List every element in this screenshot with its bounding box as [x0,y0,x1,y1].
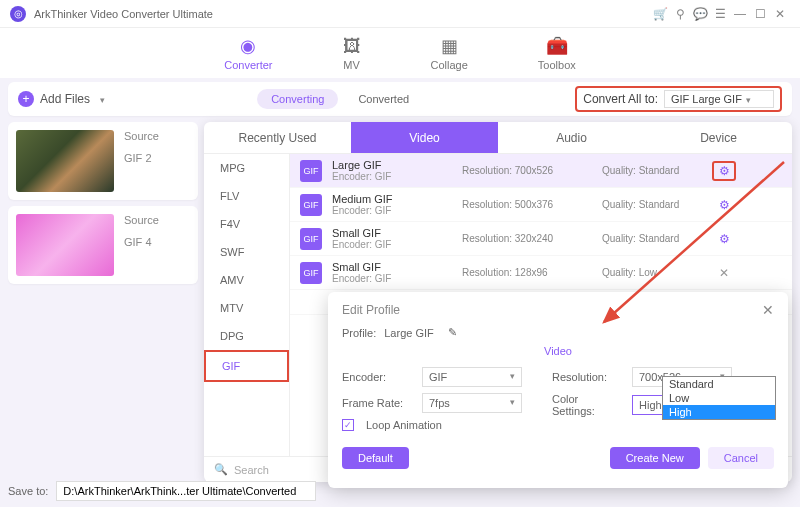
dropdown-option[interactable]: Low [663,391,775,405]
edit-icon[interactable]: ✎ [448,326,457,339]
gear-icon[interactable]: ⚙ [712,161,736,181]
format-swf[interactable]: SWF [204,238,289,266]
file-source-label: Source [124,214,159,226]
preset-row[interactable]: GIF Large GIFEncoder: GIF Resolution: 70… [290,154,792,188]
section-video: Video [342,345,774,357]
preset-encoder: Encoder: GIF [332,239,452,250]
file-thumbnail [16,214,114,276]
convert-all-value[interactable]: GIF Large GIF [664,90,774,108]
format-f4v[interactable]: F4V [204,210,289,238]
preset-resolution: Resolution: 500x376 [462,199,592,210]
conversion-filter: Converting Converted [257,89,423,109]
colorset-label: Color Settings: [552,393,624,417]
tab-label: Collage [431,59,468,71]
format-tabs: Recently Used Video Audio Device [204,122,792,154]
convert-all-label: Convert All to: [583,92,658,106]
add-files-label: Add Files [40,92,90,106]
app-title: ArkThinker Video Converter Ultimate [34,8,650,20]
tab-toolbox[interactable]: 🧰Toolbox [538,35,576,71]
save-to-label: Save to: [8,485,48,497]
file-card[interactable]: Source GIF 2 [8,122,198,200]
preset-encoder: Encoder: GIF [332,171,452,182]
toolbar: + Add Files Converting Converted Convert… [8,82,792,116]
minimize-icon[interactable]: — [730,7,750,21]
preset-row[interactable]: GIF Small GIFEncoder: GIF Resolution: 12… [290,256,792,290]
file-card[interactable]: Source GIF 4 [8,206,198,284]
create-new-button[interactable]: Create New [610,447,700,469]
app-logo-icon: ◎ [10,6,26,22]
tab-label: Converter [224,59,272,71]
tab-video[interactable]: Video [351,122,498,154]
format-gif[interactable]: GIF [204,350,289,382]
gear-icon[interactable]: ⚙ [712,198,736,212]
resolution-label: Resolution: [552,371,624,383]
format-amv[interactable]: AMV [204,266,289,294]
tab-audio[interactable]: Audio [498,122,645,154]
format-mtv[interactable]: MTV [204,294,289,322]
mv-icon: 🖼 [343,36,361,57]
gif-icon: GIF [300,262,322,284]
cart-icon[interactable]: 🛒 [650,7,670,21]
save-path-input[interactable] [56,481,316,501]
file-thumbnail [16,130,114,192]
add-files-button[interactable]: + Add Files [18,91,105,107]
dialog-title: Edit Profile [342,303,400,317]
close-icon[interactable]: ✕ [762,302,774,318]
profile-value: Large GIF [384,327,434,339]
tab-device[interactable]: Device [645,122,792,154]
preset-quality: Quality: Standard [602,233,702,244]
search-icon: 🔍 [214,463,228,476]
convert-all-dropdown[interactable]: Convert All to: GIF Large GIF [575,86,782,112]
search-placeholder: Search [234,464,269,476]
cancel-button[interactable]: Cancel [708,447,774,469]
gif-icon: GIF [300,228,322,250]
preset-quality: Quality: Low [602,267,702,278]
file-info: Source GIF 2 [124,130,159,192]
file-format-label: GIF 2 [124,152,159,164]
format-mpg[interactable]: MPG [204,154,289,182]
filter-converted[interactable]: Converted [344,89,423,109]
preset-encoder: Encoder: GIF [332,273,452,284]
preset-name: Large GIF [332,159,452,171]
encoder-select[interactable]: GIF [422,367,522,387]
feedback-icon[interactable]: 💬 [690,7,710,21]
preset-quality: Quality: Standard [602,165,702,176]
preset-name: Small GIF [332,261,452,273]
framerate-label: Frame Rate: [342,397,414,409]
preset-encoder: Encoder: GIF [332,205,452,216]
format-flv[interactable]: FLV [204,182,289,210]
preset-quality: Quality: Standard [602,199,702,210]
tab-recently-used[interactable]: Recently Used [204,122,351,154]
colorset-dropdown[interactable]: Standard Low High [662,376,776,420]
gif-icon: GIF [300,194,322,216]
dropdown-option-selected[interactable]: High [663,405,775,419]
dropdown-option[interactable]: Standard [663,377,775,391]
format-sidebar: MPG FLV F4V SWF AMV MTV DPG GIF [204,154,290,456]
tab-converter[interactable]: ◉Converter [224,35,272,71]
preset-resolution: Resolution: 700x526 [462,165,592,176]
chevron-down-icon [96,92,105,106]
preset-name: Small GIF [332,227,452,239]
maximize-icon[interactable]: ☐ [750,7,770,21]
close-icon[interactable]: ✕ [712,266,736,280]
key-icon[interactable]: ⚲ [670,7,690,21]
encoder-label: Encoder: [342,371,414,383]
menu-icon[interactable]: ☰ [710,7,730,21]
tab-label: MV [343,59,360,71]
preset-row[interactable]: GIF Small GIFEncoder: GIF Resolution: 32… [290,222,792,256]
gear-icon[interactable]: ⚙ [712,232,736,246]
close-window-icon[interactable]: ✕ [770,7,790,21]
toolbox-icon: 🧰 [538,35,576,57]
filter-converting[interactable]: Converting [257,89,338,109]
loop-checkbox[interactable]: ✓ [342,419,354,431]
preset-row[interactable]: GIF Medium GIFEncoder: GIF Resolution: 5… [290,188,792,222]
tab-collage[interactable]: ▦Collage [431,35,468,71]
default-button[interactable]: Default [342,447,409,469]
tab-mv[interactable]: 🖼MV [343,36,361,71]
format-dpg[interactable]: DPG [204,322,289,350]
main-tabs: ◉Converter 🖼MV ▦Collage 🧰Toolbox [0,28,800,78]
file-source-label: Source [124,130,159,142]
framerate-select[interactable]: 7fps [422,393,522,413]
tab-label: Toolbox [538,59,576,71]
profile-label: Profile: [342,327,376,339]
